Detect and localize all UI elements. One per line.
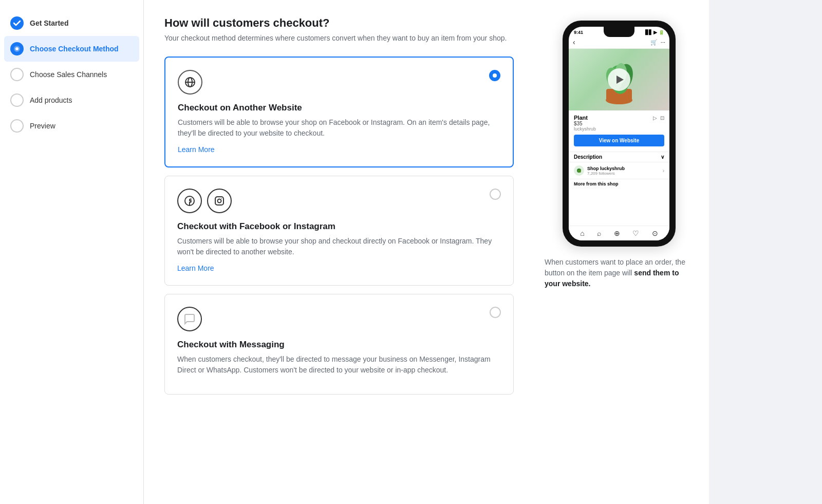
phone-mockup: 9:41 ▊▋ ▶ 🔋 ‹ 🛒 ··· — [563, 21, 676, 247]
add-products-icon — [10, 94, 24, 107]
sidebar-sales-channels-label: Choose Sales Channels — [30, 70, 107, 79]
play-button[interactable] — [608, 68, 630, 91]
phone-product-image — [569, 49, 669, 110]
more-icon: ··· — [661, 39, 665, 46]
preview-caption: When customers want to place an order, t… — [539, 257, 699, 289]
cart-icon: 🛒 — [650, 39, 658, 46]
svg-rect-6 — [215, 197, 223, 205]
option-messaging-title: Checkout with Messaging — [177, 340, 501, 350]
option-messaging-desc: When customers checkout, they'll be dire… — [177, 354, 501, 376]
sidebar-item-choose-checkout-method[interactable]: Choose Checkout Method — [4, 36, 139, 62]
option-another-website-title: Checkout on Another Website — [178, 103, 500, 113]
get-started-icon — [10, 16, 24, 30]
bookmark-icon: ⊡ — [660, 115, 664, 121]
option-fb-ig-desc: Customers will be able to browse your sh… — [177, 236, 501, 257]
view-on-website-button[interactable]: View on Website — [574, 135, 664, 146]
more-from-shop: More from this shop — [569, 179, 669, 189]
option-fb-ig[interactable]: Checkout with Facebook or Instagram Cust… — [164, 176, 514, 286]
svg-text:🌿: 🌿 — [577, 169, 582, 173]
phone-screen: 9:41 ▊▋ ▶ 🔋 ‹ 🛒 ··· — [569, 27, 669, 240]
sidebar-preview-label: Preview — [30, 122, 55, 130]
radio-messaging[interactable] — [490, 307, 501, 318]
svg-point-7 — [218, 199, 221, 203]
card-icons-fb-ig — [177, 189, 232, 213]
sidebar-choose-checkout-label: Choose Checkout Method — [30, 45, 119, 53]
product-name-row: Plant ▷ ⊡ — [574, 115, 664, 121]
preview-icon — [10, 119, 24, 133]
phone-nav: ‹ 🛒 ··· — [569, 36, 669, 49]
svg-point-1 — [15, 47, 18, 50]
option-another-website[interactable]: Checkout on Another Website Customers wi… — [164, 57, 514, 167]
shop-chevron-icon: › — [663, 168, 664, 174]
card-icons-messaging — [177, 307, 202, 331]
phone-time: 9:41 — [574, 30, 583, 35]
phone-bottom-nav: ⌂ ⌕ ⊕ ♡ ⊙ — [569, 226, 669, 240]
phone-product-info: Plant ▷ ⊡ $35 luckyshrub View on Website — [569, 110, 669, 152]
globe-icon — [178, 70, 202, 95]
product-name: Plant — [574, 115, 588, 121]
option-messaging[interactable]: Checkout with Messaging When customers c… — [164, 294, 514, 395]
phone-nav-icons: 🛒 ··· — [650, 39, 665, 46]
svg-point-8 — [221, 198, 222, 199]
profile-nav-icon[interactable]: ⊙ — [652, 229, 658, 237]
home-nav-icon[interactable]: ⌂ — [580, 229, 584, 237]
phone-notch — [604, 27, 634, 37]
product-action-icons: ▷ ⊡ — [653, 115, 664, 121]
main-content: How will customers checkout? Your checko… — [144, 0, 534, 504]
shop-followers: 7,209 followers — [587, 171, 660, 176]
sidebar-get-started-label: Get Started — [30, 19, 68, 27]
page-subtitle: Your checkout method determines where cu… — [164, 34, 514, 42]
learn-more-another-website[interactable]: Learn More — [178, 145, 215, 154]
radio-another-website[interactable] — [489, 70, 500, 81]
shop-name: Shop luckyshrub — [587, 166, 660, 171]
sidebar-add-products-label: Add products — [30, 96, 72, 104]
send-icon: ▷ — [653, 115, 657, 121]
card-icons-globe — [178, 70, 202, 95]
option-another-website-desc: Customers will be able to browse your sh… — [178, 117, 500, 139]
sidebar-item-add-products[interactable]: Add products — [0, 87, 143, 113]
search-nav-icon[interactable]: ⌕ — [597, 229, 601, 237]
instagram-icon — [207, 189, 232, 213]
heart-nav-icon[interactable]: ♡ — [632, 229, 639, 237]
preview-area: 9:41 ▊▋ ▶ 🔋 ‹ 🛒 ··· — [534, 0, 709, 504]
phone-signals: ▊▋ ▶ 🔋 — [645, 30, 664, 35]
shop-avatar: 🌿 — [574, 165, 584, 176]
shop-info: Shop luckyshrub 7,209 followers — [587, 166, 660, 176]
product-shop: luckyshrub — [574, 126, 664, 132]
radio-fb-ig[interactable] — [490, 189, 501, 200]
sidebar-item-preview[interactable]: Preview — [0, 113, 143, 139]
option-fb-ig-title: Checkout with Facebook or Instagram — [177, 221, 501, 232]
description-chevron-icon: ∨ — [661, 154, 664, 160]
page-title: How will customers checkout? — [164, 16, 514, 30]
sidebar: Get Started Choose Checkout Method Choos… — [0, 0, 144, 504]
description-label: Description — [574, 154, 602, 160]
product-price: $35 — [574, 121, 664, 126]
facebook-icon — [177, 189, 202, 213]
add-nav-icon[interactable]: ⊕ — [614, 229, 620, 237]
message-icon — [177, 307, 202, 331]
sidebar-item-choose-sales-channels[interactable]: Choose Sales Channels — [0, 62, 143, 87]
phone-description-row: Description ∨ — [569, 152, 669, 162]
back-arrow-icon: ‹ — [573, 38, 575, 46]
choose-checkout-icon — [10, 42, 24, 55]
phone-shop-row: 🌿 Shop luckyshrub 7,209 followers › — [569, 162, 669, 179]
caption-emphasis: send them to your website. — [545, 269, 679, 288]
sidebar-item-get-started[interactable]: Get Started — [0, 10, 143, 36]
play-triangle-icon — [616, 76, 624, 84]
sales-channels-icon — [10, 68, 24, 81]
learn-more-fb-ig[interactable]: Learn More — [177, 264, 214, 272]
